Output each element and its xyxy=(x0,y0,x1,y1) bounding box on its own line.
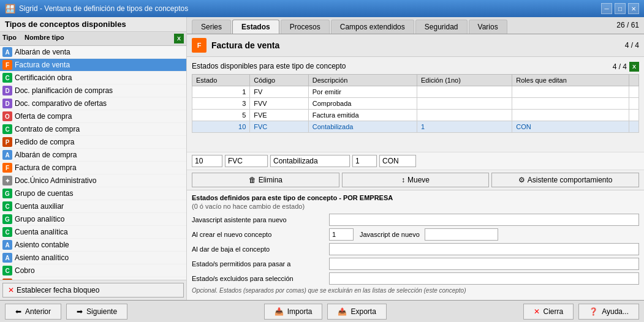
item-icon: F xyxy=(2,163,12,173)
cell-descripcion: Por emitir xyxy=(308,86,417,98)
item-icon: F xyxy=(2,60,12,70)
left-panel-header: Tipos de conceptos disponibles xyxy=(0,17,186,32)
asistente-icon: ⚙ xyxy=(518,176,525,184)
list-item[interactable]: G Grupo analítico xyxy=(0,213,186,226)
col-codigo: Código xyxy=(250,75,309,86)
list-item[interactable]: A Albarán de venta xyxy=(0,46,186,59)
edit-estado[interactable] xyxy=(192,155,222,167)
maximize-button[interactable]: □ xyxy=(615,3,626,14)
list-item[interactable]: C Cuenta analítica xyxy=(0,226,186,239)
exporta-label: Exporta xyxy=(350,307,376,316)
siguiente-button[interactable]: ➡ Siguiente xyxy=(66,304,127,320)
states-count: 4 / 4 xyxy=(613,62,627,71)
table-row[interactable]: 3 FVV Comprobada xyxy=(192,98,639,110)
edit-roles[interactable] xyxy=(379,155,416,167)
mueve-button[interactable]: ↕ Mueve xyxy=(342,173,490,187)
tab-campos[interactable]: Campos extendidos xyxy=(331,20,414,34)
anterior-icon: ⬅ xyxy=(15,307,21,316)
list-item[interactable]: O Oferta de compra xyxy=(0,110,186,123)
config-input-3[interactable] xyxy=(329,243,639,255)
item-nombre: Certificación obra xyxy=(15,73,72,82)
list-item[interactable]: C Cobro xyxy=(0,264,186,277)
minimize-button[interactable]: ─ xyxy=(601,3,612,14)
config-subtitle: (0 ó vacío no hace cambio de estado) xyxy=(192,203,639,210)
tab-procesos[interactable]: Procesos xyxy=(281,20,330,34)
elimina-icon: 🗑 xyxy=(249,176,256,184)
config-input-5[interactable] xyxy=(329,272,639,285)
list-item[interactable]: C Cuenta auxiliar xyxy=(0,200,186,213)
item-nombre: Doc.Único Administrativo xyxy=(15,176,96,185)
exporta-button[interactable]: 📤 Exporta xyxy=(327,304,386,320)
config-row-4: Estado/s permitidos para pasar a xyxy=(192,258,639,270)
tab-estados[interactable]: Estados xyxy=(232,20,279,34)
ayuda-button[interactable]: ❓ Ayuda... xyxy=(578,304,639,320)
list-item[interactable]: C Contrato de compra xyxy=(0,123,186,136)
item-nombre: Factura de compra xyxy=(15,163,77,172)
list-item[interactable]: P Pedido de compra xyxy=(0,136,186,149)
item-nombre: Cuenta analítica xyxy=(15,228,68,236)
list-item[interactable]: A Albarán de compra xyxy=(0,149,186,162)
item-nombre: Factura de venta xyxy=(15,61,70,69)
item-nombre: Contrato de compra xyxy=(15,125,80,133)
list-item[interactable]: D Doc. planificación de compras xyxy=(0,84,186,97)
table-row[interactable]: 1 FV Por emitir xyxy=(192,86,639,98)
anterior-button[interactable]: ⬅ Anterior xyxy=(5,304,61,320)
asistente-button[interactable]: ⚙ Asistente comportamiento xyxy=(491,173,639,187)
cell-roles xyxy=(512,110,629,121)
item-icon: A xyxy=(2,240,12,250)
list-item[interactable]: C Certificación obra xyxy=(0,72,186,84)
elimina-button[interactable]: 🗑 Elimina xyxy=(192,173,339,187)
edit-edicion[interactable] xyxy=(352,155,377,167)
cell-codigo: FVV xyxy=(250,98,309,110)
list-item[interactable]: A Asiento contable xyxy=(0,239,186,252)
config-input-4[interactable] xyxy=(329,258,639,270)
config-input-1[interactable] xyxy=(329,214,639,226)
list-item[interactable]: ✦ Doc.Único Administrativo xyxy=(0,174,186,187)
record-title: Factura de venta xyxy=(211,40,279,50)
col-edicion: Edición (1no) xyxy=(417,75,512,86)
excel-export-icon[interactable]: X xyxy=(174,34,184,43)
cell-edicion xyxy=(417,110,512,121)
record-icon-letter: F xyxy=(197,42,202,49)
anterior-label: Anterior xyxy=(25,307,51,316)
cierra-button[interactable]: ✕ Cierra xyxy=(523,304,574,320)
cell-scroll xyxy=(629,110,639,121)
col-scroll xyxy=(629,75,639,86)
config-input-2a[interactable] xyxy=(329,228,354,241)
app-title: Sigrid - Ventana de definición de tipos … xyxy=(19,4,188,13)
tab-series[interactable]: Series xyxy=(192,20,231,34)
close-button[interactable]: ✕ xyxy=(628,3,639,14)
item-nombre: Asiento analítico xyxy=(15,253,69,262)
config-input-2b[interactable] xyxy=(425,228,498,241)
states-excel-icon[interactable]: X xyxy=(629,62,639,72)
table-row[interactable]: 5 FVE Factura emitida xyxy=(192,110,639,121)
item-icon: O xyxy=(2,111,12,121)
action-buttons: 🗑 Elimina ↕ Mueve ⚙ Asistente comportami… xyxy=(187,170,644,190)
importa-button[interactable]: 📥 Importa xyxy=(264,304,323,320)
cell-roles xyxy=(512,98,629,110)
list-item[interactable]: F Factura de venta xyxy=(0,59,186,72)
app-icon: 🪟 xyxy=(5,4,15,13)
tab-varios[interactable]: Varios xyxy=(469,20,507,34)
mueve-label: Mueve xyxy=(407,176,430,184)
establish-date-button[interactable]: ✕ Establecer fecha bloqueo xyxy=(2,283,184,298)
list-item[interactable]: F Factura de compra xyxy=(0,162,186,174)
asistente-label: Asistente comportamiento xyxy=(528,176,613,184)
tab-seguridad[interactable]: Seguridad xyxy=(415,20,468,34)
config-label-3: Al dar de baja el concepto xyxy=(192,245,327,253)
table-header-row: Estado Código Descripción Edición (1no) … xyxy=(192,75,639,86)
list-item[interactable]: D Doc. comparativo de ofertas xyxy=(0,97,186,110)
ayuda-icon: ❓ xyxy=(589,307,598,316)
config-label-2: Al crear el nuevo concepto xyxy=(192,231,327,238)
exporta-icon: 📤 xyxy=(338,307,347,316)
item-nombre: Doc. planificación de compras xyxy=(15,86,113,95)
edit-codigo[interactable] xyxy=(225,155,268,167)
list-item[interactable]: G Grupo de cuentas xyxy=(0,187,186,200)
item-icon: A xyxy=(2,253,12,263)
edit-descripcion[interactable] xyxy=(270,155,350,167)
record-header: F Factura de venta 4 / 4 xyxy=(187,34,644,57)
list-item[interactable]: A Asiento analítico xyxy=(0,252,186,264)
table-row[interactable]: 10 FVC Contabilizada 1 CON xyxy=(192,121,639,133)
establish-date-label: Establecer fecha bloqueo xyxy=(17,286,99,294)
cell-estado: 1 xyxy=(192,86,250,98)
